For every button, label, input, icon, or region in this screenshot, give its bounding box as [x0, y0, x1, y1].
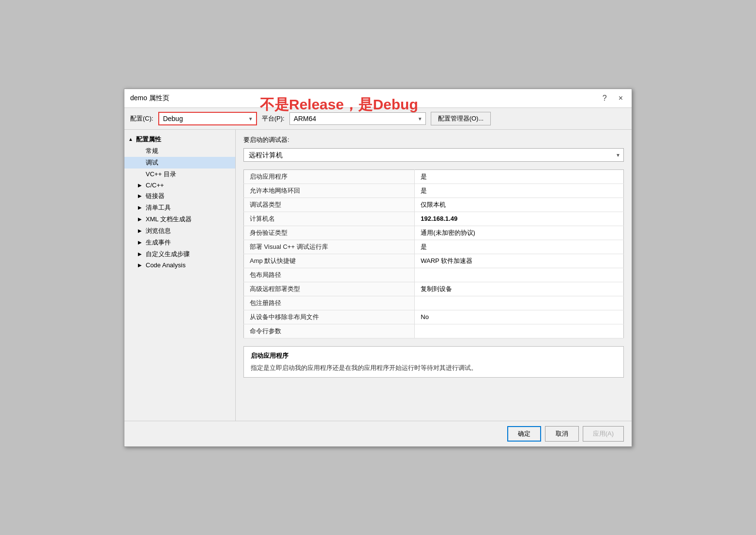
property-value-6: WARP 软件加速器: [415, 254, 624, 268]
config-select[interactable]: Debug Release All Configurations: [159, 113, 256, 124]
property-value-8: 复制到设备: [415, 282, 624, 296]
sidebar-item-debug[interactable]: 调试: [124, 157, 235, 168]
table-row: 启动应用程序是: [244, 169, 624, 183]
close-button[interactable]: ×: [616, 93, 626, 104]
apply-button[interactable]: 应用(A): [583, 426, 624, 442]
table-row: 调试器类型仅限本机: [244, 198, 624, 212]
sidebar-item-xml-gen[interactable]: ▶XML 文档生成器: [124, 214, 235, 225]
description-title: 启动应用程序: [251, 352, 617, 360]
property-name-3: 计算机名: [244, 212, 415, 226]
platform-select[interactable]: ARM64 x64 x86: [290, 113, 425, 124]
sidebar-item-label-debug: 调试: [146, 158, 158, 167]
sidebar-item-label-build-events: 生成事件: [146, 238, 171, 247]
property-value-4: 通用(未加密的协议): [415, 226, 624, 240]
xml-gen-arrow-icon: ▶: [138, 216, 144, 222]
table-row: 包注册路径: [244, 296, 624, 310]
properties-table: 启动应用程序是允许本地网络环回是调试器类型仅限本机计算机名192.168.1.4…: [243, 169, 624, 338]
property-name-11: 命令行参数: [244, 324, 415, 338]
config-manager-button[interactable]: 配置管理器(O)...: [431, 112, 491, 125]
sidebar-item-manifest[interactable]: ▶清单工具: [124, 202, 235, 214]
linker-arrow-icon: ▶: [138, 193, 144, 199]
custom-build-arrow-icon: ▶: [138, 251, 144, 257]
table-row: 从设备中移除非布局文件No: [244, 310, 624, 324]
property-value-7: [415, 268, 624, 282]
sidebar-item-general[interactable]: 常规: [124, 145, 235, 157]
property-value-1: 是: [415, 183, 624, 198]
property-value-2: 仅限本机: [415, 198, 624, 212]
section-title: 要启动的调试器:: [243, 136, 624, 144]
property-name-5: 部署 Visual C++ 调试运行库: [244, 240, 415, 254]
browse-arrow-icon: ▶: [138, 228, 144, 233]
sidebar: ▲配置属性常规调试VC++ 目录▶C/C++▶链接器▶清单工具▶XML 文档生成…: [124, 130, 236, 421]
sidebar-item-custom-build[interactable]: ▶自定义生成步骤: [124, 248, 235, 260]
manifest-arrow-icon: ▶: [138, 205, 144, 210]
property-value-9: [415, 296, 624, 310]
cancel-button[interactable]: 取消: [545, 426, 579, 442]
property-value-10: No: [415, 310, 624, 324]
sidebar-item-code-analysis[interactable]: ▶Code Analysis: [124, 260, 235, 270]
sidebar-item-label-xml-gen: XML 文档生成器: [146, 215, 192, 224]
property-name-2: 调试器类型: [244, 198, 415, 212]
debugger-select-wrapper: 远程计算机 本地 Windows 调试器 ▼: [243, 148, 624, 162]
platform-select-wrapper: ARM64 x64 x86 ▼: [289, 112, 426, 125]
property-name-8: 高级远程部署类型: [244, 282, 415, 296]
sidebar-item-label-linker: 链接器: [146, 192, 165, 200]
config-props-arrow-icon: ▲: [128, 137, 134, 142]
table-row: 计算机名192.168.1.49: [244, 212, 624, 226]
table-row: 包布局路径: [244, 268, 624, 282]
config-select-wrapper: Debug Release All Configurations ▼: [158, 112, 257, 125]
code-analysis-arrow-icon: ▶: [138, 262, 144, 268]
description-text: 指定是立即启动我的应用程序还是在我的应用程序开始运行时等待对其进行调试。: [251, 363, 617, 373]
sidebar-item-linker[interactable]: ▶链接器: [124, 190, 235, 202]
table-row: 身份验证类型通用(未加密的协议): [244, 226, 624, 240]
sidebar-item-vc-dirs[interactable]: VC++ 目录: [124, 168, 235, 180]
cpp-arrow-icon: ▶: [138, 183, 144, 188]
table-row: Amp 默认快捷键WARP 软件加速器: [244, 254, 624, 268]
title-bar: demo 属性页 不是Release，是Debug ? ×: [124, 89, 632, 108]
sidebar-item-label-custom-build: 自定义生成步骤: [146, 250, 190, 259]
property-name-6: Amp 默认快捷键: [244, 254, 415, 268]
sidebar-item-label-vc-dirs: VC++ 目录: [146, 170, 176, 179]
platform-label: 平台(P):: [262, 114, 285, 123]
sidebar-item-config-props[interactable]: ▲配置属性: [124, 134, 235, 145]
property-value-11: [415, 324, 624, 338]
property-value-0: 是: [415, 169, 624, 183]
sidebar-item-label-code-analysis: Code Analysis: [146, 261, 185, 269]
property-name-0: 启动应用程序: [244, 169, 415, 183]
footer: 确定 取消 应用(A): [124, 421, 632, 446]
property-name-1: 允许本地网络环回: [244, 183, 415, 198]
annotation-text: 不是Release，是Debug: [260, 95, 418, 115]
help-button[interactable]: ?: [600, 93, 610, 104]
sidebar-item-label-config-props: 配置属性: [136, 135, 161, 144]
sidebar-item-build-events[interactable]: ▶生成事件: [124, 237, 235, 248]
build-events-arrow-icon: ▶: [138, 240, 144, 245]
property-value-3: 192.168.1.49: [415, 212, 624, 226]
sidebar-item-label-cpp: C/C++: [146, 182, 164, 189]
sidebar-item-browse[interactable]: ▶浏览信息: [124, 225, 235, 237]
property-name-7: 包布局路径: [244, 268, 415, 282]
table-row: 部署 Visual C++ 调试运行库是: [244, 240, 624, 254]
sidebar-item-label-general: 常规: [146, 147, 158, 155]
title-bar-buttons: ? ×: [600, 93, 626, 104]
dialog-title: demo 属性页: [130, 94, 169, 103]
debugger-select[interactable]: 远程计算机 本地 Windows 调试器: [244, 149, 623, 161]
properties-dialog: demo 属性页 不是Release，是Debug ? × 配置(C): Deb…: [124, 89, 632, 447]
config-label: 配置(C):: [130, 114, 153, 123]
sidebar-item-cpp[interactable]: ▶C/C++: [124, 180, 235, 190]
sidebar-item-label-browse: 浏览信息: [146, 227, 171, 235]
property-name-10: 从设备中移除非布局文件: [244, 310, 415, 324]
content-area: 要启动的调试器: 远程计算机 本地 Windows 调试器 ▼ 启动应用程序是允…: [236, 130, 632, 421]
sidebar-item-label-manifest: 清单工具: [146, 203, 171, 212]
property-value-5: 是: [415, 240, 624, 254]
main-area: ▲配置属性常规调试VC++ 目录▶C/C++▶链接器▶清单工具▶XML 文档生成…: [124, 130, 632, 421]
ok-button[interactable]: 确定: [507, 426, 541, 442]
description-box: 启动应用程序 指定是立即启动我的应用程序还是在我的应用程序开始运行时等待对其进行…: [243, 346, 624, 378]
table-row: 允许本地网络环回是: [244, 183, 624, 198]
property-name-4: 身份验证类型: [244, 226, 415, 240]
table-row: 高级远程部署类型复制到设备: [244, 282, 624, 296]
property-name-9: 包注册路径: [244, 296, 415, 310]
table-row: 命令行参数: [244, 324, 624, 338]
